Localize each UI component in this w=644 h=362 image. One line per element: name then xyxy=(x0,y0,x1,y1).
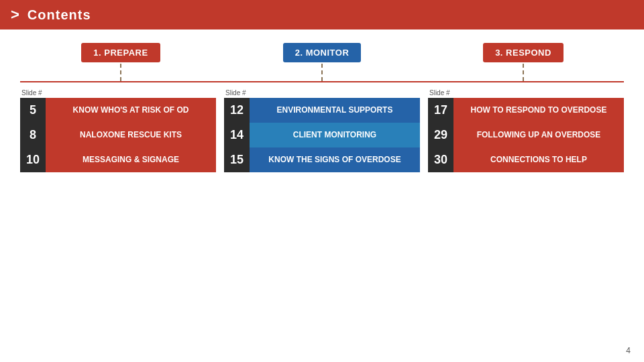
item-know-signs: KNOW THE SIGNS OF OVERDOSE xyxy=(250,147,420,172)
item-how-to-respond: HOW TO RESPOND TO OVERDOSE xyxy=(453,98,624,123)
monitor-column: Slide # 12 ENVIRONMENTAL SUPPORTS 14 CLI… xyxy=(220,89,424,172)
respond-badge: 3. RESPOND xyxy=(483,43,564,62)
list-item: 12 ENVIRONMENTAL SUPPORTS xyxy=(224,98,420,123)
section-monitor-header: 2. MONITOR xyxy=(221,43,423,81)
list-item: 8 NALOXONE RESCUE KITS xyxy=(20,123,216,147)
item-environmental: ENVIRONMENTAL SUPPORTS xyxy=(250,98,420,123)
monitor-badge: 2. MONITOR xyxy=(283,43,362,62)
page-number: 4 xyxy=(626,346,631,355)
list-item: 17 HOW TO RESPOND TO OVERDOSE xyxy=(428,98,624,123)
page-title: Contents xyxy=(28,7,91,23)
list-item: 29 FOLLOWING UP AN OVERDOSE xyxy=(428,123,624,147)
item-naloxone: NALOXONE RESCUE KITS xyxy=(46,123,216,147)
slide-num-12: 12 xyxy=(224,98,250,123)
item-following-up: FOLLOWING UP AN OVERDOSE xyxy=(453,123,624,147)
slide-num-29: 29 xyxy=(428,123,453,147)
list-item: 14 CLIENT MONITORING xyxy=(224,123,420,147)
respond-slide-label: Slide # xyxy=(428,89,624,97)
header: > Contents xyxy=(0,0,644,29)
monitor-slide-label: Slide # xyxy=(224,89,420,97)
list-item: 30 CONNECTIONS TO HELP xyxy=(428,147,624,172)
slide-num-17: 17 xyxy=(428,98,453,123)
prepare-slide-label: Slide # xyxy=(20,89,216,97)
slide-num-14: 14 xyxy=(224,123,250,147)
section-prepare-header: 1. PREPARE xyxy=(20,43,221,81)
main-content: 1. PREPARE 2. MONITOR 3. RESPOND Slide #… xyxy=(0,29,644,179)
prepare-dashed-line xyxy=(120,64,121,81)
monitor-dashed-line xyxy=(321,64,323,81)
list-item: 15 KNOW THE SIGNS OF OVERDOSE xyxy=(224,147,420,172)
slide-num-8: 8 xyxy=(20,123,46,147)
chevron-icon: > xyxy=(11,6,19,23)
item-know-who: KNOW WHO'S AT RISK OF OD xyxy=(46,98,216,123)
slide-num-5: 5 xyxy=(20,98,46,123)
slide-num-15: 15 xyxy=(224,147,250,172)
section-respond-header: 3. RESPOND xyxy=(423,43,624,81)
list-item: 5 KNOW WHO'S AT RISK OF OD xyxy=(20,98,216,123)
slide-num-10: 10 xyxy=(20,147,46,172)
horizontal-rule xyxy=(20,81,624,82)
respond-dashed-line xyxy=(523,64,524,81)
item-messaging: MESSAGING & SIGNAGE xyxy=(46,147,216,172)
prepare-badge: 1. PREPARE xyxy=(81,43,160,62)
content-grid: Slide # 5 KNOW WHO'S AT RISK OF OD 8 NAL… xyxy=(20,89,624,172)
prepare-column: Slide # 5 KNOW WHO'S AT RISK OF OD 8 NAL… xyxy=(20,89,220,172)
item-client-monitoring: CLIENT MONITORING xyxy=(250,123,420,147)
respond-column: Slide # 17 HOW TO RESPOND TO OVERDOSE 29… xyxy=(424,89,624,172)
slide-num-30: 30 xyxy=(428,147,453,172)
list-item: 10 MESSAGING & SIGNAGE xyxy=(20,147,216,172)
item-connections: CONNECTIONS TO HELP xyxy=(453,147,624,172)
